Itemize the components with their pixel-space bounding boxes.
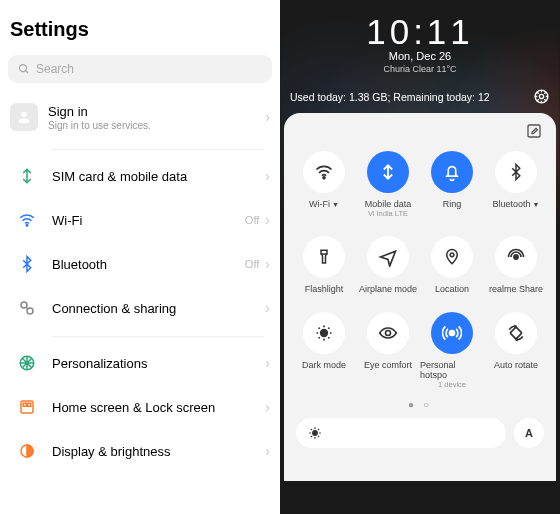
qs-tile[interactable]: Airplane mode [356,230,420,302]
sign-in-title: Sign in [48,104,151,119]
gear-icon[interactable] [533,88,550,105]
qs-label: Mobile data [365,199,412,209]
qs-tile[interactable]: Auto rotate [484,306,548,397]
sign-in-subtitle: Sign in to use services. [48,120,151,131]
qs-circle[interactable] [431,151,473,193]
svg-point-4 [21,302,27,308]
page-title: Settings [0,0,280,55]
qs-circle[interactable] [303,151,345,193]
search-icon [18,63,30,75]
qs-tile[interactable]: Flashlight [292,230,356,302]
avatar [10,103,38,131]
svg-rect-15 [321,250,327,254]
quick-settings-pane: 10:11 Mon, Dec 26 Churia Clear 11°C Used… [280,0,560,514]
svg-point-22 [313,431,318,436]
qs-tile[interactable]: Wi-Fi▼ [292,145,356,226]
sun-icon [308,426,322,440]
search-placeholder: Search [36,62,74,76]
svg-point-3 [26,225,28,227]
clock-date: Mon, Dec 26 [280,50,560,62]
qs-sublabel: Vi India LTE [368,209,408,218]
svg-rect-8 [23,403,26,406]
data-usage-bar: Used today: 1.38 GB; Remaining today: 12 [280,74,560,113]
qs-circle[interactable] [367,151,409,193]
edit-icon[interactable] [526,123,542,139]
display-icon [18,442,36,460]
qs-circle[interactable] [303,236,345,278]
svg-point-14 [323,177,325,179]
pager-dots: ● ○ [292,399,548,410]
svg-point-12 [539,94,543,98]
qs-label: Flashlight [305,284,344,294]
svg-point-5 [27,308,33,314]
menu-personalizations[interactable]: Personalizations › [0,341,280,385]
lock-clock: 10:11 Mon, Dec 26 Churia Clear 11°C [280,0,560,74]
qs-label: Personal hotspo [420,360,484,380]
svg-point-2 [21,112,26,117]
auto-brightness-button[interactable]: A [514,418,544,448]
wifi-icon [18,211,36,229]
chevron-right-icon: › [265,443,270,459]
qs-circle[interactable] [495,312,537,354]
chevron-right-icon: › [265,256,270,272]
menu-display[interactable]: Display & brightness › [0,429,280,473]
qs-circle[interactable] [303,312,345,354]
chevron-right-icon: › [265,399,270,415]
brightness-slider[interactable] [296,418,506,448]
qs-tile[interactable]: Dark mode [292,306,356,397]
qs-circle[interactable] [431,312,473,354]
search-input[interactable]: Search [8,55,272,83]
clock-weather: Churia Clear 11°C [280,64,560,74]
brightness-row: A [292,418,548,448]
qs-tile[interactable]: Location [420,230,484,302]
qs-label: Bluetooth▼ [493,199,540,209]
menu-connection[interactable]: Connection & sharing › [0,286,280,330]
svg-point-16 [450,253,454,257]
menu-home-lock[interactable]: Home screen & Lock screen › [0,385,280,429]
qs-tile[interactable]: Bluetooth▼ [484,145,548,226]
chevron-right-icon: › [265,300,270,316]
qs-circle[interactable] [431,236,473,278]
svg-point-18 [321,330,328,337]
divider [52,149,264,150]
sign-in-row[interactable]: Sign in Sign in to use services. › [0,95,280,143]
svg-point-20 [450,331,455,336]
data-usage-text: Used today: 1.38 GB; Remaining today: 12 [290,91,490,103]
svg-line-1 [26,71,29,74]
bluetooth-icon [18,255,36,273]
qs-label: Eye comfort [364,360,412,370]
qs-tile[interactable]: Ring [420,145,484,226]
qs-label: Ring [443,199,462,209]
clock-time: 10:11 [280,12,560,52]
svg-rect-9 [28,403,31,406]
qs-grid: Wi-Fi▼Mobile dataVi India LTERingBluetoo… [292,145,548,397]
sim-icon [18,167,36,185]
svg-rect-21 [510,327,522,339]
menu-sim-card[interactable]: SIM card & mobile data › [0,154,280,198]
qs-sublabel: 1 device [438,380,466,389]
chevron-right-icon: › [265,168,270,184]
qs-label: Auto rotate [494,360,538,370]
qs-tile[interactable]: Personal hotspo1 device [420,306,484,397]
qs-label: Wi-Fi▼ [309,199,339,209]
qs-tile[interactable]: Mobile dataVi India LTE [356,145,420,226]
qs-circle[interactable] [367,312,409,354]
menu-bluetooth[interactable]: Bluetooth Off › [0,242,280,286]
qs-tile[interactable]: realme Share [484,230,548,302]
qs-label: Location [435,284,469,294]
menu-wifi[interactable]: Wi-Fi Off › [0,198,280,242]
chevron-right-icon: › [265,212,270,228]
svg-point-17 [514,255,518,259]
chevron-down-icon: ▼ [533,201,540,208]
chevron-right-icon: › [265,355,270,371]
qs-circle[interactable] [495,151,537,193]
qs-tile[interactable]: Eye comfort [356,306,420,397]
quick-settings-panel: Wi-Fi▼Mobile dataVi India LTERingBluetoo… [284,113,556,481]
connection-icon [18,299,36,317]
svg-point-19 [386,331,391,336]
qs-circle[interactable] [495,236,537,278]
qs-label: realme Share [489,284,543,294]
qs-label: Dark mode [302,360,346,370]
qs-circle[interactable] [367,236,409,278]
chevron-down-icon: ▼ [332,201,339,208]
